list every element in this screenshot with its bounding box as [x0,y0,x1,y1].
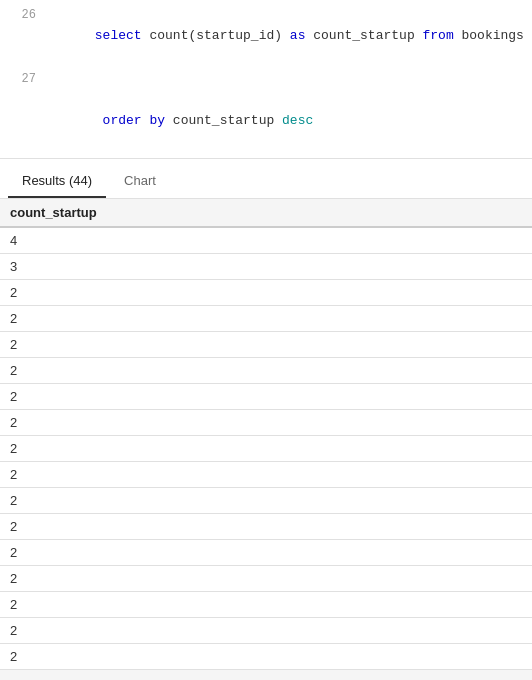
table-wrapper: count_startup 43222222222222222 [0,199,532,670]
cell-count-startup: 2 [0,279,532,305]
line-number-27: 27 [8,70,36,89]
table-row: 2 [0,591,532,617]
cell-count-startup: 2 [0,513,532,539]
line-number-26: 26 [8,6,36,25]
table-row: 3 [0,253,532,279]
cell-count-startup: 2 [0,435,532,461]
cell-count-startup: 3 [0,253,532,279]
cell-count-startup: 2 [0,461,532,487]
cell-count-startup: 2 [0,643,532,669]
table-row: 2 [0,383,532,409]
cell-count-startup: 2 [0,331,532,357]
table-row: 2 [0,409,532,435]
table-row: 2 [0,435,532,461]
table-row: 4 [0,227,532,254]
table-row: 2 [0,513,532,539]
table-row: 2 [0,617,532,643]
cell-count-startup: 2 [0,539,532,565]
code-line-27: 27 order by count_startup desc [0,68,532,153]
cell-count-startup: 4 [0,227,532,254]
table-row: 2 [0,565,532,591]
cell-count-startup: 2 [0,591,532,617]
results-container: count_startup 43222222222222222 [0,199,532,670]
tab-results[interactable]: Results (44) [8,165,106,198]
cell-count-startup: 2 [0,565,532,591]
table-row: 2 [0,487,532,513]
code-editor: 26 select count(startup_id) as count_sta… [0,0,532,159]
table-row: 2 [0,357,532,383]
code-content-26: select count(startup_id) as count_startu… [48,5,532,67]
cell-count-startup: 2 [0,409,532,435]
tab-chart[interactable]: Chart [110,165,170,198]
table-row: 2 [0,461,532,487]
cell-count-startup: 2 [0,383,532,409]
cell-count-startup: 2 [0,617,532,643]
code-content-27: order by count_startup desc [48,69,313,152]
table-row: 2 [0,331,532,357]
column-header-count-startup: count_startup [0,199,532,227]
table-row: 2 [0,539,532,565]
table-row: 2 [0,305,532,331]
tabs-bar: Results (44) Chart [0,159,532,199]
code-line-26: 26 select count(startup_id) as count_sta… [0,4,532,68]
table-row: 2 [0,279,532,305]
cell-count-startup: 2 [0,357,532,383]
table-row: 2 [0,643,532,669]
cell-count-startup: 2 [0,487,532,513]
cell-count-startup: 2 [0,305,532,331]
results-table: count_startup 43222222222222222 [0,199,532,670]
